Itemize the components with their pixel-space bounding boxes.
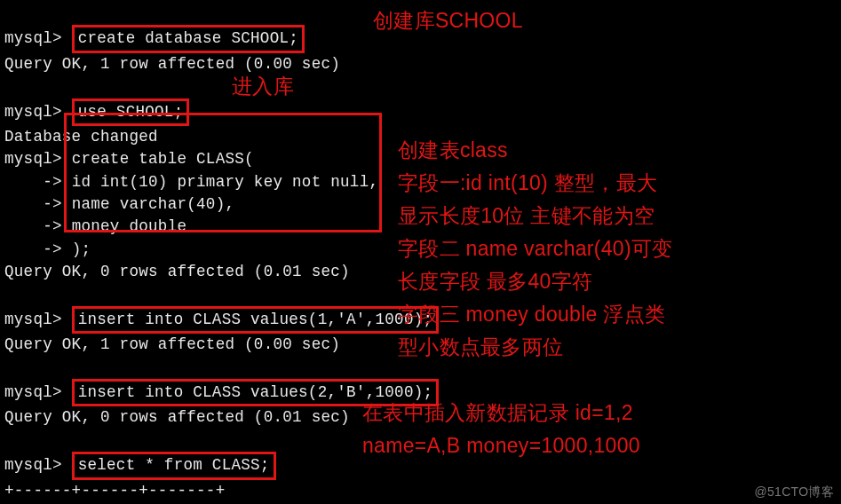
prompt: mysql> — [4, 456, 62, 474]
cmd-field-money: money double — [72, 217, 187, 235]
annotation-create-db: 创建库SCHOOL — [373, 5, 523, 37]
annotation-field2-b: 长度字段 最多40字符 — [398, 266, 592, 298]
output-line: Query OK, 1 row affected (0.00 sec) — [4, 55, 340, 73]
annotation-create-table: 创建表class — [398, 135, 508, 167]
cont-prompt: -> — [4, 173, 62, 191]
prompt: mysql> — [4, 311, 62, 328]
cmd-end: ); — [72, 240, 91, 258]
output-line: Database changed — [4, 128, 158, 146]
cmd-create-db: create database SCHOOL; — [72, 25, 305, 52]
watermark: @51CTO博客 — [755, 483, 834, 500]
output-line: Query OK, 1 row affected (0.00 sec) — [4, 335, 340, 353]
output-line: Query OK, 0 rows affected (0.01 sec) — [4, 408, 350, 426]
annotation-field3-a: 字段三 money double 浮点类 — [398, 299, 665, 331]
annotation-field1-b: 显示长度10位 主键不能为空 — [398, 201, 655, 232]
prompt: mysql> — [4, 150, 62, 168]
cont-prompt: -> — [4, 217, 62, 235]
prompt: mysql> — [4, 103, 62, 121]
annotation-use-db: 进入库 — [232, 71, 294, 103]
annotation-field2-a: 字段二 name varchar(40)可变 — [398, 233, 673, 265]
annotation-insert-b: name=A,B money=1000,1000 — [362, 430, 640, 462]
annotation-field3-b: 型小数点最多两位 — [398, 332, 563, 364]
cmd-insert-1: insert into CLASS values(1,'A',1000); — [72, 306, 440, 334]
prompt: mysql> — [4, 383, 62, 401]
cmd-create-table: create table CLASS( — [72, 150, 254, 168]
cont-prompt: -> — [4, 195, 62, 213]
cont-prompt: -> — [4, 240, 62, 258]
cmd-field-id: id int(10) primary key not null, — [72, 173, 379, 191]
cmd-select: select * from CLASS; — [72, 452, 276, 479]
annotation-field1-a: 字段一:id int(10) 整型，最大 — [398, 168, 657, 200]
annotation-insert-a: 在表中插入新数据记录 id=1,2 — [362, 398, 633, 429]
cmd-field-name: name varchar(40), — [72, 195, 235, 213]
table-sep: +------+------+-------+ — [4, 482, 225, 500]
prompt: mysql> — [4, 29, 62, 47]
output-line: Query OK, 0 rows affected (0.01 sec) — [4, 263, 350, 280]
cmd-use-db: use SCHOOL; — [72, 98, 190, 126]
